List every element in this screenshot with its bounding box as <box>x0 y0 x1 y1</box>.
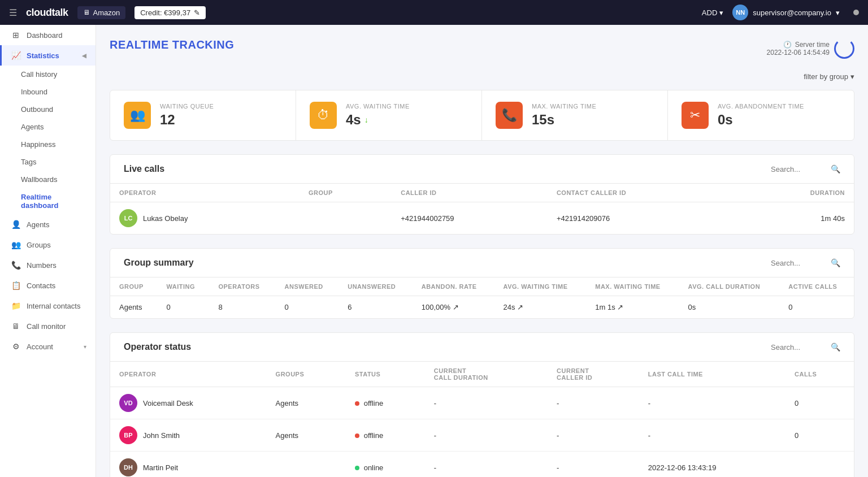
sidebar-item-contacts[interactable]: 📋 Contacts <box>0 275 96 296</box>
chevron-down-icon: ▾ <box>850 72 854 81</box>
sidebar-item-statistics[interactable]: 📈 Statistics ◀ <box>0 45 96 66</box>
stat-max-waiting-time: 📞 MAX. WAITING TIME 15s <box>482 90 668 140</box>
calls-count <box>785 452 854 478</box>
col-calls: CALLS <box>785 362 854 387</box>
waiting-queue-label: WAITING QUEUE <box>160 103 214 110</box>
sidebar-item-dashboard[interactable]: ⊞ Dashboard <box>0 25 96 45</box>
user-email: supervisor@company.io <box>753 8 831 17</box>
sidebar-item-happiness[interactable]: Happiness <box>19 136 96 153</box>
filter-label: filter by group <box>804 72 848 81</box>
account-icon: 🖥 <box>83 8 90 16</box>
account-selector[interactable]: 🖥 Amazon <box>77 6 126 19</box>
sidebar-item-label: Numbers <box>27 261 57 270</box>
unanswered-count: 6 <box>338 296 412 319</box>
col-answered: ANSWERED <box>276 277 339 296</box>
abandonment-label: AVG. ABANDONMENT TIME <box>718 103 804 110</box>
sidebar-item-label: Dashboard <box>27 31 63 40</box>
live-calls-table: OPERATOR GROUP CALLER ID CONTACT CALLER … <box>110 183 854 234</box>
hamburger-icon[interactable]: ☰ <box>9 7 17 18</box>
current-call-duration: - <box>425 452 548 478</box>
status-indicator <box>853 10 859 15</box>
col-operators: OPERATORS <box>209 277 275 296</box>
group-summary-table: GROUP WAITING OPERATORS ANSWERED UNANSWE… <box>110 277 854 318</box>
status-label: offline <box>364 431 383 440</box>
app-logo: cloudtalk <box>26 7 68 19</box>
stats-cards: 👥 WAITING QUEUE 12 ⏱ AVG. WAITING TIME 4… <box>110 90 854 141</box>
status-label: offline <box>364 399 383 407</box>
col-duration: DURATION <box>739 184 854 202</box>
sidebar-item-numbers[interactable]: 📞 Numbers <box>0 255 96 275</box>
sidebar-item-outbound[interactable]: Outbound <box>19 101 96 118</box>
sidebar-item-label: Agents <box>27 220 49 229</box>
filter-by-group[interactable]: filter by group ▾ <box>804 72 854 81</box>
page-header: REALTIME TRACKING 🕐 Server time 2022-12-… <box>110 38 854 59</box>
sidebar-item-inbound[interactable]: Inbound <box>19 83 96 101</box>
col-max-wait: MAX. WAITING TIME <box>586 277 679 296</box>
refresh-circle[interactable] <box>834 38 854 59</box>
stat-avg-waiting-time: ⏱ AVG. WAITING TIME 4s ↓ <box>296 90 482 140</box>
people-icon: 👥 <box>11 240 21 249</box>
col-current-call-duration: CURRENTCALL DURATION <box>425 362 548 387</box>
user-menu[interactable]: NN supervisor@company.io ▾ <box>732 5 840 20</box>
live-calls-search-input[interactable] <box>771 165 827 174</box>
sidebar-sub-label: Outbound <box>21 105 53 114</box>
chevron-down-icon: ▾ <box>836 8 840 17</box>
col-current-caller-id: CURRENTCALLER ID <box>548 362 639 387</box>
group-summary-header-row: GROUP WAITING OPERATORS ANSWERED UNANSWE… <box>110 277 854 296</box>
table-row: Agents 0 8 0 6 100,00% ↗ 24s ↗ 1m 1s ↗ 0… <box>110 296 854 319</box>
contact-caller-id-cell: +421914209076 <box>548 202 739 235</box>
chevron-down-icon: ▾ <box>84 344 86 350</box>
operator-avatar: LC <box>119 209 137 227</box>
sidebar-sub-label: Agents <box>21 123 44 131</box>
sidebar-item-internal-contacts[interactable]: 📁 Internal contacts <box>0 296 96 316</box>
col-last-call-time: LAST CALL TIME <box>639 362 785 387</box>
sidebar-item-agents-sub[interactable]: Agents <box>19 118 96 136</box>
credit-label: Credit: €399,37 <box>140 8 190 17</box>
sidebar-item-agents[interactable]: 👤 Agents <box>0 214 96 235</box>
sidebar-item-call-monitor[interactable]: 🖥 Call monitor <box>0 316 96 336</box>
col-unanswered: UNANSWERED <box>338 277 412 296</box>
group-name: Agents <box>110 296 157 319</box>
sidebar-item-label: Call monitor <box>27 322 66 331</box>
search-icon[interactable]: 🔍 <box>831 258 840 267</box>
group-cell <box>300 202 392 235</box>
operator-status-header: Operator status 🔍 <box>110 333 854 361</box>
sidebar-sub-label: Happiness <box>21 140 55 149</box>
sidebar-item-account[interactable]: ⚙ Account ▾ <box>0 336 96 357</box>
operator-avatar: DH <box>119 458 137 476</box>
server-time: 🕐 Server time 2022-12-06 14:54:49 <box>767 38 854 59</box>
server-time-label: Server time <box>795 41 830 49</box>
group-summary-search-input[interactable] <box>771 259 827 267</box>
sidebar-sub-label: Call history <box>21 70 57 79</box>
stat-waiting-queue: 👥 WAITING QUEUE 12 <box>110 90 296 140</box>
col-operator: OPERATOR <box>110 184 300 202</box>
col-waiting: WAITING <box>157 277 209 296</box>
active-calls-count: 0 <box>779 296 854 319</box>
sidebar-item-wallboards[interactable]: Wallboards <box>19 171 96 188</box>
sidebar-item-tags[interactable]: Tags <box>19 153 96 171</box>
edit-credit-icon[interactable]: ✎ <box>194 8 200 17</box>
add-button[interactable]: ADD ▾ <box>702 8 723 17</box>
operator-name: Martin Peit <box>143 463 178 472</box>
status-dot <box>355 433 359 438</box>
avg-call-duration: 0s <box>679 296 780 319</box>
sidebar-sub-label: Inbound <box>21 88 47 96</box>
search-icon[interactable]: 🔍 <box>831 342 840 352</box>
server-time-value: 2022-12-06 14:54:49 <box>767 49 830 57</box>
user-avatar: NN <box>732 5 748 20</box>
last-call-time: 2022-12-06 13:43:19 <box>639 452 785 478</box>
avg-waiting-time: 24s ↗ <box>494 296 587 319</box>
sidebar-item-groups[interactable]: 👥 Groups <box>0 235 96 255</box>
add-label: ADD <box>702 8 717 17</box>
sidebar-item-call-history[interactable]: Call history <box>19 66 96 83</box>
operator-status-header-row: OPERATOR GROUPS STATUS CURRENTCALL DURAT… <box>110 362 854 387</box>
sidebar-item-realtime-dashboard[interactable]: Realtime dashboard <box>19 188 96 214</box>
group-summary-search: 🔍 <box>771 258 840 267</box>
search-icon[interactable]: 🔍 <box>831 164 840 174</box>
max-waiting-label: MAX. WAITING TIME <box>532 103 596 110</box>
status-dot <box>355 401 359 406</box>
table-row: VD Voicemail Desk Agents offline - - - 0 <box>110 387 854 419</box>
operator-status-search-input[interactable] <box>771 343 827 352</box>
credit-display[interactable]: Credit: €399,37 ✎ <box>134 6 206 19</box>
col-operator: OPERATOR <box>110 362 267 387</box>
